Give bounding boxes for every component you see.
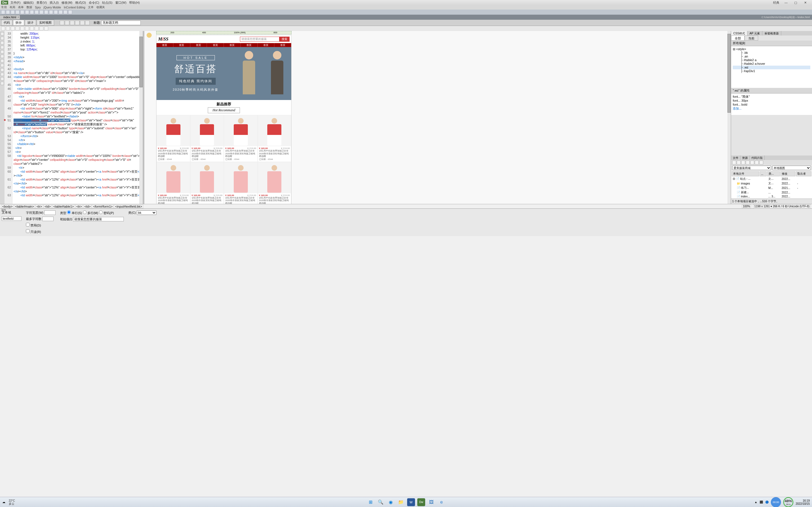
css-rule[interactable]: ⊟ <style> — [733, 47, 810, 51]
view-select[interactable]: 本地视图 — [772, 166, 811, 170]
file-tool-icon[interactable] — [750, 161, 754, 165]
tool-icon[interactable] — [15, 10, 19, 14]
pi-maxchars-input[interactable] — [42, 217, 54, 221]
nav-link[interactable]: 首页 — [274, 43, 291, 47]
product-card[interactable]: ¥ 169.00¥ 219.00识忆秀中长款加厚加绒卫衣女2020秋冬新款宽松韩… — [156, 162, 190, 204]
cat-layout[interactable]: 布局 — [10, 5, 15, 9]
file-row[interactable]: ⊟ 📄 站点 - ...文...2022... — [732, 177, 811, 181]
crumb[interactable]: <tr> — [35, 205, 43, 209]
rail-icon[interactable] — [1, 55, 4, 58]
nav-link[interactable]: 首页 — [190, 43, 207, 47]
file-table[interactable]: 本地文件 ... 类... 修改 取出者 ⊟ 📄 站点 - ...文...202… — [731, 171, 812, 199]
live-preview[interactable]: 200 400 100% (999) 800 MiSS 搜索 首页首页首页首页首… — [144, 31, 731, 204]
panel-tab-tag[interactable]: 标签检查器 — [762, 31, 781, 36]
nav-link[interactable]: 首页 — [207, 43, 224, 47]
crumb[interactable]: <body> — [1, 205, 14, 209]
css-rule[interactable]: ├ #table2 a — [733, 58, 810, 62]
nav-link[interactable]: 首页 — [241, 43, 258, 47]
code-area[interactable]: width: 200px; height: 115px; z-index: 1;… — [12, 31, 139, 204]
cat-spry[interactable]: Spry — [35, 6, 41, 9]
menu-format[interactable]: 格式(O) — [75, 1, 86, 5]
close-button[interactable]: ✕ — [802, 1, 808, 4]
pi-readonly[interactable]: 只读(R) — [26, 230, 41, 233]
rail-icon[interactable] — [1, 73, 4, 76]
rail-icon[interactable] — [1, 59, 4, 62]
menu-edit[interactable]: 编辑(E) — [23, 1, 34, 5]
pi-class-select[interactable]: bk — [137, 210, 156, 215]
view-design[interactable]: 设计 — [25, 20, 36, 25]
document-tab[interactable]: index.html × — [0, 15, 20, 19]
cat-data[interactable]: 数据 — [27, 5, 32, 9]
view-live[interactable]: 实时视图 — [37, 20, 54, 25]
tool-icon[interactable] — [59, 10, 63, 14]
files-tab[interactable]: 文件 — [731, 156, 741, 160]
tool-icon[interactable] — [49, 10, 53, 14]
file-row[interactable]: 📁 images文...2022...- — [732, 181, 811, 185]
site-search-input[interactable] — [240, 37, 280, 42]
css-rule[interactable]: ├ #apDiv1 — [733, 69, 810, 73]
rail-icon[interactable] — [1, 37, 4, 40]
crumb[interactable]: <table#table1> — [52, 205, 75, 209]
crumb[interactable]: <input#textfield.bk> — [114, 205, 143, 209]
title-input[interactable] — [101, 20, 141, 25]
rail-icon[interactable] — [1, 50, 4, 54]
code-tool-icon[interactable] — [1, 26, 5, 31]
nav-link[interactable]: 首页 — [173, 43, 190, 47]
menu-file[interactable]: 文件(F) — [10, 1, 20, 5]
minimize-button[interactable]: — — [783, 1, 789, 4]
css-rule[interactable]: ├ .wz — [733, 66, 810, 69]
file-tool-icon[interactable] — [741, 161, 745, 165]
pi-charwidth-input[interactable] — [44, 210, 56, 215]
css-rules-tree[interactable]: ⊟ <style>├ .bk├ .an├ #table2 a├ #table2 … — [731, 46, 812, 88]
css-props[interactable]: font... "黑体" font... 30px font... bold 添… — [731, 94, 812, 115]
code-tool-icon[interactable] — [6, 26, 10, 31]
view-code[interactable]: 代码 — [1, 20, 12, 25]
nav-link[interactable]: 首页 — [258, 43, 274, 47]
css-rule[interactable]: ├ .an — [733, 55, 810, 58]
menu-view[interactable]: 查看(V) — [36, 1, 47, 5]
code-tool-icon[interactable] — [30, 26, 34, 31]
file-row[interactable]: 📄 练习...M...2021...- — [732, 186, 811, 190]
nav-link[interactable]: 首页 — [156, 43, 173, 47]
rail-icon[interactable] — [1, 32, 4, 36]
tool-icon[interactable] — [6, 10, 10, 14]
nav-link[interactable]: 首页 — [224, 43, 241, 47]
menu-modify[interactable]: 修改(M) — [61, 1, 72, 5]
snippets-tab[interactable]: 代码片段 — [750, 156, 765, 160]
code-editor[interactable]: 3334353637383940414243444546474849505152… — [4, 31, 143, 204]
view-option-icon[interactable] — [85, 20, 90, 25]
rail-icon[interactable] — [1, 68, 4, 71]
tool-icon[interactable] — [68, 10, 72, 14]
rail-icon[interactable] — [1, 46, 4, 49]
css-scope-all[interactable]: 全部 — [731, 36, 745, 41]
menu-site[interactable]: 站点(S) — [102, 1, 112, 5]
pi-initval-input[interactable] — [73, 217, 124, 221]
menu-insert[interactable]: 插入(I) — [50, 1, 59, 5]
rail-icon[interactable] — [1, 82, 4, 85]
file-tool-icon[interactable] — [759, 161, 763, 165]
css-rule[interactable]: ├ .bk — [733, 51, 810, 55]
cat-common[interactable]: 常用 — [1, 5, 7, 9]
scrollbar-thumb[interactable] — [139, 37, 143, 87]
tool-icon[interactable] — [35, 10, 39, 14]
view-option-icon[interactable] — [60, 20, 64, 25]
menu-window[interactable]: 窗口(W) — [115, 1, 126, 5]
site-select[interactable]: 爱美服装商城 — [732, 166, 771, 170]
view-option-icon[interactable] — [75, 20, 80, 25]
cat-ice[interactable]: InContext Editing — [64, 6, 85, 9]
tool-icon[interactable] — [1, 10, 5, 14]
view-split[interactable]: 拆分 — [13, 20, 24, 25]
add-property-link[interactable]: 添加... — [733, 107, 810, 110]
preview-scrollbar[interactable] — [727, 31, 731, 204]
menu-help[interactable]: 帮助(H) — [129, 1, 140, 5]
view-option-icon[interactable] — [70, 20, 74, 25]
css-scope-current[interactable]: 当前 — [745, 36, 758, 41]
code-tool-icon[interactable] — [44, 26, 48, 31]
tool-icon[interactable] — [54, 10, 58, 14]
tool-icon[interactable] — [44, 10, 48, 14]
crumb[interactable]: <td> — [43, 205, 52, 209]
cat-forms[interactable]: 表单 — [18, 5, 24, 9]
rail-icon[interactable] — [1, 41, 4, 45]
crumb[interactable]: <table#main> — [14, 205, 35, 209]
rail-icon[interactable] — [1, 77, 4, 80]
